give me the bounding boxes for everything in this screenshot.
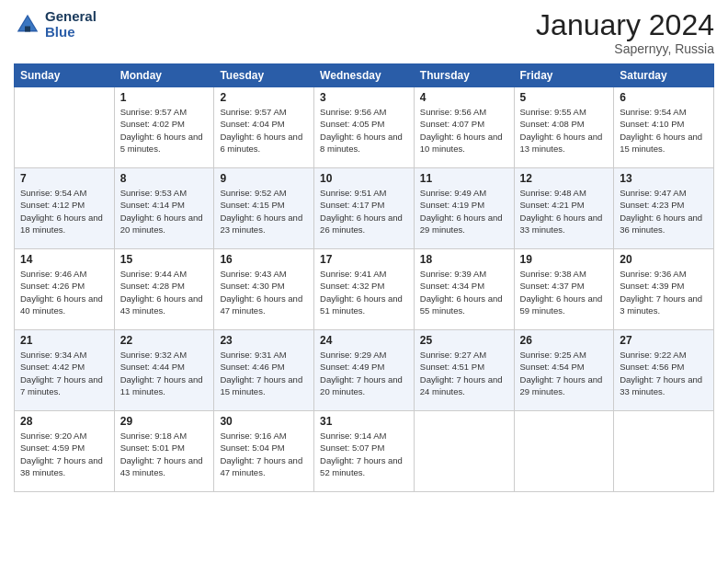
calendar-cell: 21Sunrise: 9:34 AMSunset: 4:42 PMDayligh… [15, 330, 115, 411]
day-info: Sunrise: 9:43 AMSunset: 4:30 PMDaylight:… [220, 268, 308, 316]
day-number: 2 [220, 91, 308, 104]
day-number: 13 [620, 172, 708, 185]
calendar-body: 1Sunrise: 9:57 AMSunset: 4:02 PMDaylight… [15, 87, 714, 492]
day-info: Sunrise: 9:32 AMSunset: 4:44 PMDaylight:… [120, 349, 209, 397]
day-info: Sunrise: 9:44 AMSunset: 4:28 PMDaylight:… [120, 268, 209, 316]
day-info: Sunrise: 9:56 AMSunset: 4:05 PMDaylight:… [320, 106, 408, 155]
day-number: 19 [520, 253, 609, 266]
calendar-cell: 4Sunrise: 9:56 AMSunset: 4:07 PMDaylight… [414, 87, 514, 168]
day-number: 23 [220, 334, 308, 347]
logo-text: General Blue [45, 9, 97, 40]
day-info: Sunrise: 9:55 AMSunset: 4:08 PMDaylight:… [520, 106, 609, 155]
day-number: 28 [20, 415, 108, 428]
day-info: Sunrise: 9:51 AMSunset: 4:17 PMDaylight:… [320, 187, 408, 236]
header-wednesday: Wednesday [314, 64, 415, 87]
day-info: Sunrise: 9:54 AMSunset: 4:12 PMDaylight:… [20, 187, 108, 236]
day-info: Sunrise: 9:14 AMSunset: 5:07 PMDaylight:… [320, 430, 408, 478]
calendar-cell: 6Sunrise: 9:54 AMSunset: 4:10 PMDaylight… [614, 87, 714, 168]
calendar-cell: 23Sunrise: 9:31 AMSunset: 4:46 PMDayligh… [214, 330, 314, 411]
day-info: Sunrise: 9:46 AMSunset: 4:26 PMDaylight:… [20, 268, 108, 316]
day-info: Sunrise: 9:54 AMSunset: 4:10 PMDaylight:… [620, 106, 708, 155]
calendar-cell: 17Sunrise: 9:41 AMSunset: 4:32 PMDayligh… [314, 249, 415, 330]
day-info: Sunrise: 9:57 AMSunset: 4:04 PMDaylight:… [220, 106, 308, 155]
day-info: Sunrise: 9:34 AMSunset: 4:42 PMDaylight:… [20, 349, 108, 397]
day-info: Sunrise: 9:52 AMSunset: 4:15 PMDaylight:… [220, 187, 308, 236]
day-info: Sunrise: 9:57 AMSunset: 4:02 PMDaylight:… [120, 106, 209, 155]
calendar-cell: 16Sunrise: 9:43 AMSunset: 4:30 PMDayligh… [214, 249, 314, 330]
day-number: 24 [320, 334, 408, 347]
day-info: Sunrise: 9:22 AMSunset: 4:56 PMDaylight:… [620, 349, 708, 397]
month-title: January 2024 [536, 9, 714, 41]
day-number: 15 [120, 253, 209, 266]
day-number: 26 [520, 334, 609, 347]
calendar-cell: 12Sunrise: 9:48 AMSunset: 4:21 PMDayligh… [514, 168, 614, 249]
calendar-week-row-5: 28Sunrise: 9:20 AMSunset: 4:59 PMDayligh… [15, 411, 714, 492]
day-info: Sunrise: 9:27 AMSunset: 4:51 PMDaylight:… [420, 349, 508, 397]
day-number: 10 [320, 172, 408, 185]
day-info: Sunrise: 9:38 AMSunset: 4:37 PMDaylight:… [520, 268, 609, 316]
day-info: Sunrise: 9:56 AMSunset: 4:07 PMDaylight:… [420, 106, 508, 155]
calendar-cell: 28Sunrise: 9:20 AMSunset: 4:59 PMDayligh… [15, 411, 115, 492]
calendar-cell [614, 411, 714, 492]
location: Sapernyy, Russia [536, 41, 714, 56]
day-number: 27 [620, 334, 708, 347]
header-saturday: Saturday [614, 64, 714, 87]
calendar-cell: 7Sunrise: 9:54 AMSunset: 4:12 PMDaylight… [15, 168, 115, 249]
calendar-cell [514, 411, 614, 492]
day-number: 17 [320, 253, 408, 266]
calendar-week-row-1: 1Sunrise: 9:57 AMSunset: 4:02 PMDaylight… [15, 87, 714, 168]
day-number: 4 [420, 91, 508, 104]
weekday-header-row: Sunday Monday Tuesday Wednesday Thursday… [15, 64, 714, 87]
calendar-cell: 8Sunrise: 9:53 AMSunset: 4:14 PMDaylight… [114, 168, 214, 249]
calendar-cell: 10Sunrise: 9:51 AMSunset: 4:17 PMDayligh… [314, 168, 415, 249]
header-monday: Monday [114, 64, 214, 87]
day-info: Sunrise: 9:18 AMSunset: 5:01 PMDaylight:… [120, 430, 209, 478]
calendar-cell [414, 411, 514, 492]
day-number: 29 [120, 415, 209, 428]
day-number: 7 [20, 172, 108, 185]
header-sunday: Sunday [15, 64, 115, 87]
header-friday: Friday [514, 64, 614, 87]
calendar-cell: 14Sunrise: 9:46 AMSunset: 4:26 PMDayligh… [15, 249, 115, 330]
calendar-week-row-2: 7Sunrise: 9:54 AMSunset: 4:12 PMDaylight… [15, 168, 714, 249]
day-info: Sunrise: 9:31 AMSunset: 4:46 PMDaylight:… [220, 349, 308, 397]
day-number: 18 [420, 253, 508, 266]
day-number: 22 [120, 334, 209, 347]
day-number: 30 [220, 415, 308, 428]
day-info: Sunrise: 9:20 AMSunset: 4:59 PMDaylight:… [20, 430, 108, 478]
calendar-week-row-3: 14Sunrise: 9:46 AMSunset: 4:26 PMDayligh… [15, 249, 714, 330]
day-info: Sunrise: 9:41 AMSunset: 4:32 PMDaylight:… [320, 268, 408, 316]
day-number: 20 [620, 253, 708, 266]
logo-icon [14, 11, 41, 39]
title-section: January 2024 Sapernyy, Russia [536, 9, 714, 56]
day-info: Sunrise: 9:47 AMSunset: 4:23 PMDaylight:… [620, 187, 708, 236]
calendar-cell: 5Sunrise: 9:55 AMSunset: 4:08 PMDaylight… [514, 87, 614, 168]
calendar-cell: 11Sunrise: 9:49 AMSunset: 4:19 PMDayligh… [414, 168, 514, 249]
calendar-cell: 22Sunrise: 9:32 AMSunset: 4:44 PMDayligh… [114, 330, 214, 411]
day-number: 11 [420, 172, 508, 185]
day-number: 31 [320, 415, 408, 428]
day-number: 12 [520, 172, 609, 185]
calendar-cell: 13Sunrise: 9:47 AMSunset: 4:23 PMDayligh… [614, 168, 714, 249]
logo: General Blue [14, 9, 97, 40]
day-number: 21 [20, 334, 108, 347]
calendar-cell: 31Sunrise: 9:14 AMSunset: 5:07 PMDayligh… [314, 411, 415, 492]
calendar-cell: 30Sunrise: 9:16 AMSunset: 5:04 PMDayligh… [214, 411, 314, 492]
calendar-cell: 19Sunrise: 9:38 AMSunset: 4:37 PMDayligh… [514, 249, 614, 330]
svg-rect-2 [25, 26, 30, 31]
header-tuesday: Tuesday [214, 64, 314, 87]
calendar-cell: 18Sunrise: 9:39 AMSunset: 4:34 PMDayligh… [414, 249, 514, 330]
day-number: 3 [320, 91, 408, 104]
calendar-cell: 24Sunrise: 9:29 AMSunset: 4:49 PMDayligh… [314, 330, 415, 411]
day-number: 8 [120, 172, 209, 185]
calendar-cell: 2Sunrise: 9:57 AMSunset: 4:04 PMDaylight… [214, 87, 314, 168]
day-number: 16 [220, 253, 308, 266]
header-thursday: Thursday [414, 64, 514, 87]
calendar-cell: 1Sunrise: 9:57 AMSunset: 4:02 PMDaylight… [114, 87, 214, 168]
calendar-cell: 9Sunrise: 9:52 AMSunset: 4:15 PMDaylight… [214, 168, 314, 249]
calendar-cell: 25Sunrise: 9:27 AMSunset: 4:51 PMDayligh… [414, 330, 514, 411]
day-info: Sunrise: 9:48 AMSunset: 4:21 PMDaylight:… [520, 187, 609, 236]
day-number: 5 [520, 91, 609, 104]
calendar-cell: 15Sunrise: 9:44 AMSunset: 4:28 PMDayligh… [114, 249, 214, 330]
page: General Blue January 2024 Sapernyy, Russ… [0, 0, 728, 563]
